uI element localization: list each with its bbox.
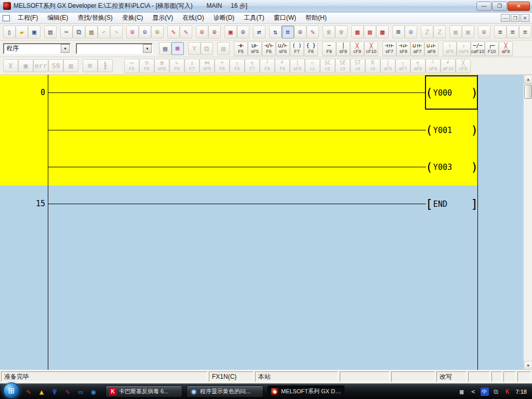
vertical-line-button[interactable]: │sF9 [336, 42, 350, 56]
menu-online[interactable]: 在线(O) [178, 12, 208, 23]
keyboard-tray-icon[interactable]: ▦ [458, 388, 466, 396]
start-button[interactable]: ⊞ [3, 382, 20, 399]
combo-arrow-icon[interactable]: ▼ [61, 44, 70, 53]
project-data-list-button[interactable]: ≡ [282, 25, 294, 38]
scroll-down-button[interactable]: ▼ [524, 361, 532, 370]
coil-Y001[interactable]: ( Y001 ) [425, 121, 478, 140]
project-data-list-icon[interactable]: ⊞ [171, 42, 184, 55]
macro-icon: Y [188, 42, 201, 55]
task-kaspersky[interactable]: K卡巴斯基反病毒 6... [105, 385, 182, 397]
coil-Y003[interactable]: ( Y003 ) [425, 158, 478, 177]
cut-button[interactable]: ✂ [60, 25, 73, 38]
entry-data-monitor-button[interactable]: ⊙ [208, 25, 221, 38]
screen-create-icon[interactable]: ▤ [159, 42, 171, 55]
window-display-button[interactable]: ▣ [224, 25, 237, 38]
scroll-thumb[interactable] [524, 85, 532, 99]
find-device-button[interactable]: ⊙ [139, 25, 151, 38]
cross-reference-button[interactable]: ⊞ [392, 25, 405, 38]
menu-window[interactable]: 窗口(W) [269, 12, 301, 23]
antivirus-tray-icon[interactable]: K [503, 388, 512, 396]
menu-diagnostics[interactable]: 诊断(D) [209, 12, 240, 23]
copy-button[interactable]: ⧉ [73, 25, 85, 38]
open-project-button[interactable]: ▰ [16, 25, 28, 38]
child-restore-button[interactable]: ❐ [511, 14, 520, 22]
transfer-setup-button[interactable]: ⇄ [253, 25, 265, 38]
menu-project[interactable]: 工程(F) [13, 12, 43, 23]
ql-media-icon[interactable]: ◉ [89, 387, 98, 396]
monitor-stop-button[interactable]: ▦ [364, 25, 376, 38]
ql-warning-icon[interactable]: ▲ [37, 387, 46, 396]
vertical-scrollbar[interactable]: ▲ ▼ [523, 75, 532, 370]
device-registration-button[interactable]: ✎ [180, 25, 192, 38]
print-button[interactable]: ▤ [44, 25, 57, 38]
task-gx-developer[interactable]: ◆MELSOFT系列 GX De... [268, 385, 344, 397]
comment-display-button[interactable]: ⊙ [294, 25, 307, 38]
find-contact-coil-button[interactable]: ⊙ [126, 25, 139, 38]
menu-tools[interactable]: 工具(T) [239, 12, 269, 23]
ql-red-chart-icon[interactable]: ✎ [63, 387, 72, 396]
parallel-closed-contact-button[interactable]: ⊔/⊢sF6 [276, 42, 290, 56]
ladder-editor[interactable]: 0 15 ( Y000 ) ( Y001 ) ( Y003 ) [ END ] [0, 75, 532, 370]
delete-line-button[interactable]: ╳aF9 [499, 42, 513, 56]
left-bus-line [48, 75, 48, 370]
clock-setting-button[interactable]: ⊙ [405, 25, 417, 38]
horizontal-line-button[interactable]: ─F9 [322, 42, 336, 56]
ql-display-icon[interactable]: ▭ [76, 387, 85, 396]
program-type-combo[interactable]: 程序 ▼ [3, 43, 71, 54]
sfc-rule-corner1-button: ┐F6 [230, 59, 245, 73]
new-project-button[interactable]: ▯ [3, 25, 16, 38]
instruction-END[interactable]: [ END ] [425, 195, 478, 214]
application-instruction-button[interactable]: { }F8 [304, 42, 318, 56]
parallel-falling-pulse-button[interactable]: ⊔↓⊢aF8 [424, 42, 438, 56]
comment-quick-button[interactable]: ⊙ [478, 25, 490, 38]
tray-collapse-arrow-icon[interactable]: < [469, 388, 477, 396]
coil-button[interactable]: ( )F7 [290, 42, 304, 56]
close-button[interactable]: ✕ [508, 2, 530, 11]
child-window-icon[interactable] [3, 15, 10, 21]
title-bar[interactable]: MELSOFT系列 GX Developer E:\工控资料\PLC\A - [… [0, 0, 532, 12]
invert-operation-button[interactable]: ─∕─caF10 [471, 42, 485, 56]
task-browser[interactable]: ◉程序显示黄色的问... [187, 385, 263, 397]
comment-search-button[interactable]: ⊙ [237, 25, 249, 38]
closed-contact-button[interactable]: ⊣/⊢F6 [262, 42, 276, 56]
device-test-button[interactable]: ✎ [167, 25, 180, 38]
open-contact-button[interactable]: ⊣⊢F5 [234, 42, 248, 56]
ladder-list-toggle-button[interactable]: ⇅ [269, 25, 282, 38]
parallel-rising-pulse-button[interactable]: ⊔↑⊢aF7 [410, 42, 424, 56]
child-minimize-button[interactable]: — [501, 14, 510, 22]
falling-pulse-button[interactable]: ⊣↓⊢sF8 [396, 42, 410, 56]
statement-display-button[interactable]: ✎ [307, 25, 319, 38]
scroll-up-button[interactable]: ▲ [524, 75, 532, 84]
minimize-button[interactable]: — [476, 2, 491, 11]
parallel-open-contact-button[interactable]: ⊔⊢sF5 [248, 42, 262, 56]
find-string-button[interactable]: ⊙ [151, 25, 164, 38]
maximize-button[interactable]: ❐ [492, 2, 507, 11]
device-batch-monitor-button[interactable]: ⊙ [196, 25, 208, 38]
network-tray-icon[interactable]: ⧉ [492, 388, 500, 396]
parameter-button-1[interactable]: ≡ [494, 25, 507, 38]
menu-edit[interactable]: 编辑(E) [43, 12, 73, 23]
delete-vertical-line-button[interactable]: ╳cF10 [364, 42, 378, 56]
monitor-write-button[interactable]: ▦ [376, 25, 389, 38]
parameter-button-3[interactable]: ≡ [519, 25, 531, 38]
input-method-tray-icon[interactable]: 中 [481, 388, 489, 396]
menu-find-replace[interactable]: 查找/替换(S) [73, 12, 117, 23]
rising-pulse-button[interactable]: ⊣↑⊢sF7 [382, 42, 396, 56]
ql-trident-icon[interactable]: Ψ [50, 387, 59, 396]
menu-bar: 工程(F)编辑(E)查找/替换(S)变换(C)显示(V)在线(O)诊断(D)工具… [0, 12, 532, 24]
menu-convert[interactable]: 变换(C) [117, 12, 148, 23]
save-project-button[interactable]: ▣ [28, 25, 41, 38]
delete-horizontal-line-button[interactable]: ╳cF9 [350, 42, 364, 56]
ql-red-tool-icon[interactable]: ✎ [24, 387, 33, 396]
menu-help[interactable]: 帮助(H) [301, 12, 331, 23]
device-comment-icon: ▤ [217, 42, 230, 55]
paste-button[interactable]: ▥ [85, 25, 98, 38]
combo-arrow-icon[interactable]: ▼ [143, 44, 152, 53]
sfc-transition-button: ⊥F7 [184, 59, 200, 73]
parameter-button-2[interactable]: ≡ [507, 25, 519, 38]
monitor-start-button[interactable]: ▦ [351, 25, 364, 38]
menu-view[interactable]: 显示(V) [148, 12, 178, 23]
child-close-button[interactable]: ✕ [521, 14, 529, 22]
draw-line-button[interactable]: ┌─F10 [485, 42, 499, 56]
device-entry-combo[interactable]: ▼ [76, 43, 153, 54]
